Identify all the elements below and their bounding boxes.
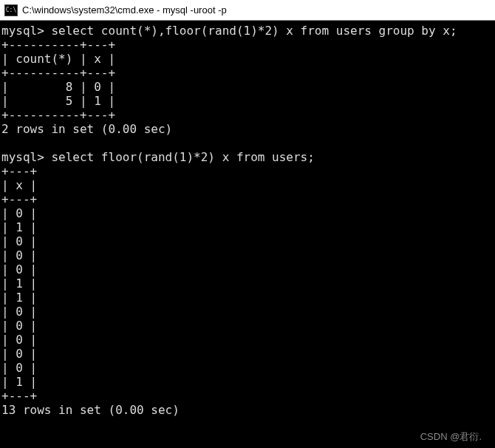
q2-rows: | 0 | | 1 | | 0 | | 0 | | 0 | | 1 | | 1 … — [1, 206, 37, 389]
q1-row: | 8 | 0 | — [1, 80, 115, 94]
q2-border-mid: +---+ — [1, 192, 37, 206]
window-title: C:\windows\system32\cmd.exe - mysql -uro… — [22, 4, 227, 16]
title-bar[interactable]: C:\ C:\windows\system32\cmd.exe - mysql … — [0, 0, 495, 21]
q2-border-bot: +---+ — [1, 389, 37, 403]
q1-border-bot: +----------+---+ — [1, 108, 115, 122]
query1-text: select count(*),floor(rand(1)*2) x from … — [51, 24, 457, 38]
q2-border-top: +---+ — [1, 164, 37, 178]
cmd-icon: C:\ — [4, 4, 18, 16]
terminal-output[interactable]: mysql> select count(*),floor(rand(1)*2) … — [0, 21, 495, 448]
q1-status: 2 rows in set (0.00 sec) — [1, 122, 172, 136]
q1-row: | 5 | 1 | — [1, 94, 115, 108]
q1-header: | count(*) | x | — [1, 52, 115, 66]
q1-border-top: +----------+---+ — [1, 38, 115, 52]
cmd-window: C:\ C:\windows\system32\cmd.exe - mysql … — [0, 0, 495, 448]
q2-status: 13 rows in set (0.00 sec) — [1, 403, 180, 417]
prompt: mysql> — [1, 150, 44, 164]
prompt: mysql> — [1, 24, 44, 38]
query2-text: select floor(rand(1)*2) x from users; — [51, 150, 314, 164]
watermark: CSDN @君衍.⠀ — [420, 430, 489, 444]
q2-header: | x | — [1, 178, 37, 192]
q1-border-mid: +----------+---+ — [1, 66, 115, 80]
